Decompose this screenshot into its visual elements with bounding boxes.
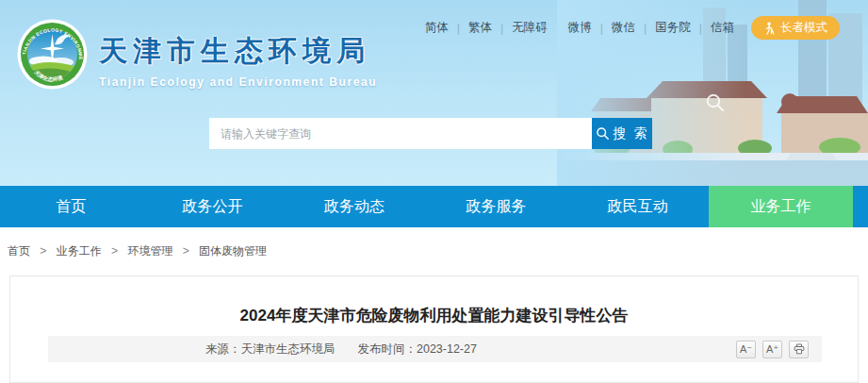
article-title: 2024年度天津市危险废物利用处置能力建设引导性公告 [10,305,858,326]
publish-date-label: 发布时间： [358,341,418,358]
nav-item-public-interaction[interactable]: 政民互动 [567,186,709,227]
link-simplified-chinese[interactable]: 简体 [425,20,449,36]
page-header: TIANJIN ECOLOGY ENVIRONMENT 天津生态环境 天津市生态… [0,0,868,186]
search-input[interactable] [209,118,592,149]
breadcrumb-item-solid-waste-management[interactable]: 固体废物管理 [199,244,267,258]
elder-mode-button[interactable]: 长者模式 [751,16,840,40]
nav-item-business-work[interactable]: 业务工作 [709,186,853,227]
elder-person-icon [763,22,776,35]
breadcrumb: 首页 > 业务工作 > 环境管理 > 固体废物管理 [0,227,868,275]
article-meta-bar: 来源： 天津市生态环境局 发布时间： 2023-12-27 A⁻ A⁺ [48,336,822,362]
main-nav: 首页 政务公开 政务动态 政务服务 政民互动 业务工作 [0,186,868,227]
source-label: 来源： [205,341,241,358]
link-separator: | [699,22,702,35]
search-bar: 搜 索 [209,118,652,149]
breadcrumb-item-environment-management[interactable]: 环境管理 [127,244,172,258]
site-title: 天津市生态环境局 [99,32,377,71]
top-utility-bar: 简体 | 繁体 | 无障碍 微博 | 微信 | 国务院 | 信箱 长者模式 [425,16,840,40]
link-separator: | [600,22,603,35]
elder-mode-label: 长者模式 [780,20,827,36]
breadcrumb-separator: > [183,244,189,258]
breadcrumb-separator: > [111,244,118,258]
breadcrumb-item-home[interactable]: 首页 [8,244,30,258]
link-separator: | [457,22,460,35]
breadcrumb-item-business-work[interactable]: 业务工作 [57,244,102,258]
link-mailbox[interactable]: 信箱 [711,20,734,36]
search-button[interactable]: 搜 索 [592,118,652,149]
font-increase-button[interactable]: A⁺ [762,341,782,358]
search-icon [596,126,610,141]
link-wechat[interactable]: 微信 [612,20,635,36]
nav-item-gov-info[interactable]: 政务公开 [141,186,283,227]
publish-date-value: 2023-12-27 [417,342,477,356]
breadcrumb-separator: > [40,244,46,258]
link-separator: | [644,22,647,35]
link-traditional-chinese[interactable]: 繁体 [468,20,492,36]
media-links: 微博 | 微信 | 国务院 | 信箱 [568,20,734,36]
link-state-council[interactable]: 国务院 [655,20,691,36]
link-weibo[interactable]: 微博 [568,20,592,36]
font-decrease-button[interactable]: A⁻ [736,341,756,358]
site-logo: TIANJIN ECOLOGY ENVIRONMENT 天津生态环境 [17,19,88,90]
print-button[interactable] [789,341,809,358]
link-separator: | [500,22,503,35]
language-links: 简体 | 繁体 | 无障碍 [425,20,548,36]
nav-item-gov-news[interactable]: 政务动态 [284,186,425,227]
link-accessibility[interactable]: 无障碍 [512,20,548,36]
article-panel: 2024年度天津市危险废物利用处置能力建设引导性公告 来源： 天津市生态环境局 … [9,275,859,383]
source-value: 天津市生态环境局 [241,341,336,358]
nav-item-gov-services[interactable]: 政务服务 [425,186,566,227]
print-icon [794,343,805,355]
article-tools: A⁻ A⁺ [736,341,809,358]
search-button-label: 搜 索 [614,125,649,142]
nav-item-home[interactable]: 首页 [0,186,141,227]
site-subtitle: Tianjin Ecology and Environment Bureau [99,75,377,89]
photo-magnifier-icon [705,92,726,113]
brand: TIANJIN ECOLOGY ENVIRONMENT 天津生态环境 天津市生态… [17,19,377,90]
